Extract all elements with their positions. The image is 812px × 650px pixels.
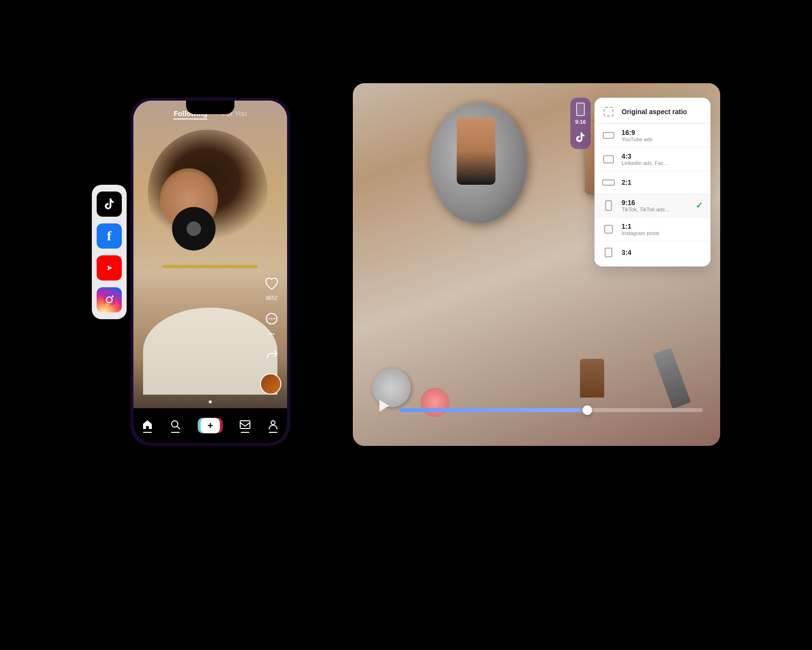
- play-button[interactable]: [372, 395, 394, 417]
- aspect-label-3-4: 3:4: [622, 249, 703, 256]
- comment-icon[interactable]: [261, 309, 282, 330]
- svg-point-6: [269, 318, 270, 320]
- aspect-icon-2-1: [602, 176, 615, 189]
- svg-point-7: [271, 318, 273, 320]
- phone-container: f: [92, 98, 295, 514]
- main-scene: f: [92, 59, 720, 591]
- aspect-icon-3-4: [602, 246, 615, 259]
- share-group: [261, 344, 282, 366]
- aspect-icon-4-3: [602, 153, 615, 165]
- like-group: 9652: [261, 273, 282, 301]
- aspect-text-3-4: 3:4: [622, 249, 703, 256]
- aspect-rect-2-1: [602, 179, 615, 186]
- phone-screen: Following For You 9652: [133, 101, 287, 443]
- aspect-rect-16-9: [603, 132, 614, 139]
- video-progress-fill: [399, 408, 587, 412]
- video-area: 9:16 Ori: [353, 83, 720, 446]
- phone-side-icons: 9652 •••: [261, 273, 282, 366]
- aspect-icon-1-1: [602, 223, 615, 236]
- nav-home[interactable]: [142, 419, 153, 433]
- aspect-rect-1-1: [604, 225, 613, 234]
- svg-rect-10: [240, 421, 250, 428]
- social-icon-youtube[interactable]: [97, 255, 122, 281]
- phone-bottom-nav: +: [133, 408, 287, 443]
- share-icon[interactable]: [261, 344, 282, 366]
- aspect-item-2-1[interactable]: 2:1: [594, 171, 710, 194]
- aspect-check-9-16: ✓: [696, 200, 703, 211]
- video-progress-bar[interactable]: [399, 408, 703, 412]
- aspect-label-4-3: 4:3: [622, 152, 703, 160]
- social-icon-tiktok[interactable]: [97, 192, 122, 217]
- ratio-small-916[interactable]: 9:16: [575, 103, 586, 125]
- phone-notch: [186, 101, 234, 114]
- aspect-label-2-1: 2:1: [622, 178, 703, 186]
- svg-marker-12: [379, 400, 389, 412]
- nav-create[interactable]: +: [198, 418, 223, 433]
- svg-point-11: [271, 421, 275, 425]
- ratio-small-panel: 9:16: [570, 98, 591, 149]
- phone-video: Following For You 9652: [133, 101, 287, 443]
- social-icon-facebook[interactable]: f: [97, 223, 122, 249]
- aspect-rect-9-16: [605, 200, 612, 211]
- social-sidebar: f: [92, 185, 127, 319]
- aspect-icon-9-16: [602, 199, 615, 212]
- aspect-rect-4-3: [603, 155, 614, 163]
- phone-progress-dot: [209, 400, 212, 403]
- aspect-sublabel-16-9: YouTube ads: [622, 136, 703, 142]
- nav-inbox[interactable]: [239, 419, 251, 433]
- social-icon-instagram[interactable]: [97, 287, 122, 312]
- aspect-rect-original: [604, 107, 613, 117]
- progress-thumb[interactable]: [582, 405, 592, 415]
- aspect-sublabel-1-1: Instagram posts: [622, 230, 703, 236]
- aspect-item-9-16[interactable]: 9:16 TikTok, TikTok ads… ✓: [594, 194, 710, 218]
- aspect-item-original[interactable]: Original aspect ratio: [594, 101, 710, 123]
- aspect-label-1-1: 1:1: [622, 222, 703, 230]
- aspect-item-1-1[interactable]: 1:1 Instagram posts: [594, 218, 710, 241]
- phone-frame: Following For You 9652: [130, 98, 290, 446]
- like-count: 9652: [266, 295, 277, 301]
- aspect-text-4-3: 4:3 LinkedIn ads, Fac…: [622, 152, 703, 166]
- aspect-text-1-1: 1:1 Instagram posts: [622, 222, 703, 236]
- aspect-label-16-9: 16:9: [622, 129, 703, 136]
- aspect-text-2-1: 2:1: [622, 178, 703, 186]
- svg-point-4: [112, 295, 114, 297]
- aspect-text-16-9: 16:9 YouTube ads: [622, 129, 703, 142]
- aspect-sublabel-4-3: LinkedIn ads, Fac…: [622, 160, 703, 166]
- aspect-item-4-3[interactable]: 4:3 LinkedIn ads, Fac…: [594, 148, 710, 171]
- svg-point-8: [274, 318, 275, 320]
- aspect-icon-original: [602, 105, 615, 118]
- aspect-text-original: Original aspect ratio: [622, 108, 703, 116]
- aspect-ratio-overlay: 9:16 Ori: [570, 98, 710, 266]
- aspect-icon-16-9: [602, 129, 615, 142]
- like-icon[interactable]: [261, 273, 282, 294]
- aspect-item-16-9[interactable]: 16:9 YouTube ads: [594, 124, 710, 148]
- comment-count: •••: [269, 331, 275, 337]
- ratio-small-916-icon: [576, 103, 585, 116]
- aspect-rect-3-4: [605, 248, 612, 257]
- comment-group: •••: [261, 309, 282, 337]
- aspect-item-3-4[interactable]: 3:4: [594, 241, 710, 264]
- nav-search[interactable]: [170, 419, 181, 433]
- aspect-text-9-16: 9:16 TikTok, TikTok ads…: [622, 199, 689, 212]
- aspect-label-original: Original aspect ratio: [622, 108, 703, 116]
- phone-avatar: [260, 373, 281, 395]
- ratio-small-916-label: 9:16: [575, 119, 586, 125]
- aspect-label-9-16: 9:16: [622, 199, 689, 207]
- editor-panel: 9:16 Ori: [353, 83, 720, 446]
- nav-profile[interactable]: [267, 419, 279, 433]
- ratio-tiktok-icon-btn[interactable]: [574, 132, 587, 144]
- aspect-ratio-dropdown: Original aspect ratio 16:9 YouTube ads: [594, 98, 710, 266]
- tiktok-small-icon: [574, 132, 587, 144]
- aspect-sublabel-9-16: TikTok, TikTok ads…: [622, 207, 689, 212]
